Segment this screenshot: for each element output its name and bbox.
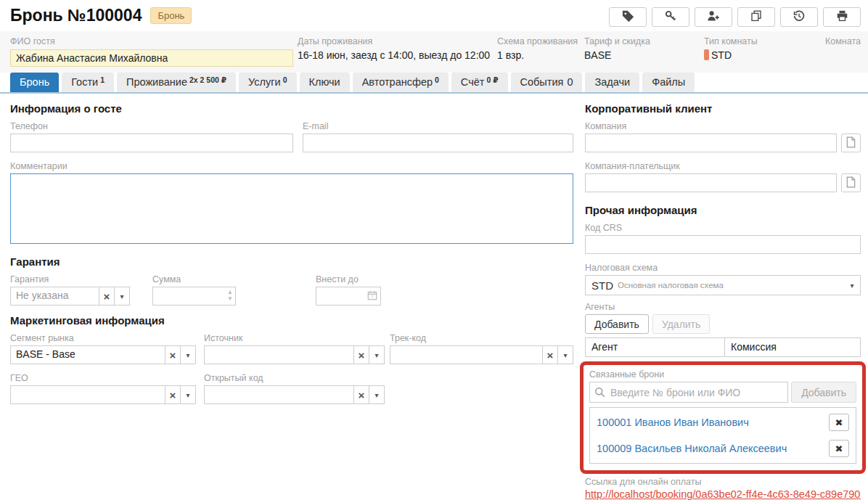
tag-icon [622, 10, 634, 25]
clear-icon[interactable]: × [542, 346, 557, 364]
chevron-down-icon[interactable]: ▾ [180, 386, 195, 403]
payment-link[interactable]: http://localhost/booking/0a63be02-ff4e-4… [585, 488, 861, 500]
print-icon [836, 10, 848, 24]
segment-select[interactable]: BASE - Base × ▾ [10, 345, 196, 364]
agent-add-button[interactable]: Добавить [585, 314, 649, 334]
payer-company-input[interactable] [585, 173, 837, 192]
tab-keys[interactable]: Ключи [300, 73, 350, 92]
linked-add-button[interactable]: Добавить [791, 382, 856, 403]
chevron-down-icon[interactable]: ▾ [844, 282, 860, 290]
close-icon: ✖ [835, 443, 843, 454]
agents-label: Агенты [585, 302, 861, 312]
tab-guests[interactable]: Гости1 [62, 73, 114, 92]
booking-summary-bar: ФИО гостя Даты проживания 16-18 июн, зае… [0, 31, 868, 73]
tab-tasks[interactable]: Задачи [585, 73, 639, 92]
source-label: Источник [204, 333, 385, 343]
source-select[interactable]: × ▾ [204, 345, 385, 364]
tax-scheme-select[interactable]: STD Основная налоговая схема ▾ [585, 275, 861, 295]
room-label: Комната [825, 36, 861, 46]
stay-dates-label: Даты проживания [298, 36, 497, 46]
comments-label: Комментарии [10, 161, 573, 171]
print-button[interactable] [823, 7, 861, 27]
tab-services[interactable]: Услуги0 [239, 73, 296, 92]
agent-column-header: Агент [585, 337, 725, 357]
payer-company-label: Компания-плательщик [585, 161, 861, 171]
crs-code-label: Код CRS [585, 223, 861, 233]
tab-files[interactable]: Файлы [642, 73, 695, 92]
svg-text:7: 7 [371, 295, 373, 299]
right-column: Корпоративный клиент Компания Компания-п… [585, 102, 861, 500]
guest-name-input[interactable] [10, 49, 293, 67]
amount-input[interactable] [152, 287, 236, 306]
chevron-down-icon[interactable]: ▾ [114, 287, 129, 305]
left-column: Информация о госте Телефон E-mail Коммен… [10, 102, 573, 500]
close-icon: ✖ [835, 417, 843, 428]
company-input[interactable] [585, 134, 837, 152]
open-code-select[interactable]: × ▾ [204, 385, 385, 404]
copy-icon [750, 10, 762, 24]
key-icon [665, 10, 676, 24]
clear-icon[interactable]: × [99, 287, 114, 305]
clear-icon[interactable]: × [353, 386, 369, 403]
due-date-label: Внести до [316, 274, 381, 284]
company-lookup-button[interactable] [841, 134, 861, 152]
toolbar [609, 6, 861, 27]
track-code-label: Трек-код [390, 333, 573, 343]
document-icon [846, 136, 856, 150]
tab-booking[interactable]: Бронь [10, 73, 59, 92]
page-title: Бронь №100004 [10, 6, 142, 25]
tab-bar: Бронь Гости1 Проживание2x 2 500 ₽ Услуги… [0, 73, 868, 94]
crs-code-input[interactable] [585, 235, 861, 254]
chevron-down-icon[interactable]: ▾ [369, 386, 384, 403]
remove-linked-button[interactable]: ✖ [829, 440, 849, 457]
chevron-down-icon[interactable]: ▾ [557, 346, 573, 364]
tab-accommodation[interactable]: Проживание2x 2 500 ₽ [117, 73, 236, 92]
amount-label: Сумма [152, 274, 236, 284]
history-button[interactable] [780, 7, 818, 27]
email-input[interactable] [303, 134, 573, 152]
comments-textarea[interactable] [10, 173, 573, 244]
payer-lookup-button[interactable] [841, 173, 861, 192]
email-label: E-mail [303, 121, 573, 131]
tariff-label: Тариф и скидка [584, 36, 704, 46]
search-icon [594, 387, 605, 401]
tag-button[interactable] [609, 7, 647, 27]
booking-page: Бронь №100004 Бронь [0, 0, 868, 500]
phone-input[interactable] [10, 134, 293, 152]
agent-delete-button[interactable]: Удалить [652, 314, 710, 334]
marketing-heading: Маркетинговая информация [10, 314, 573, 327]
add-guest-button[interactable] [695, 7, 732, 27]
linked-booking-search-input[interactable] [589, 382, 788, 403]
add-guest-icon [707, 10, 720, 24]
room-type-color-marker [704, 49, 709, 60]
linked-booking-link[interactable]: 100001 Иванов Иван Иванович [597, 417, 749, 428]
guest-name-label: ФИО гостя [10, 36, 298, 46]
chevron-down-icon[interactable]: ▾ [369, 346, 384, 364]
tab-events[interactable]: События0 [511, 73, 583, 92]
track-code-select[interactable]: × ▾ [390, 345, 573, 364]
clear-icon[interactable]: × [165, 386, 180, 403]
geo-select[interactable]: × ▾ [10, 385, 196, 404]
key-button[interactable] [652, 7, 689, 27]
tab-invoice[interactable]: Счёт0 ₽ [451, 73, 508, 92]
clear-icon[interactable]: × [165, 346, 180, 364]
document-icon [846, 176, 856, 190]
tab-transfer[interactable]: Автотрансфер0 [353, 73, 449, 92]
spinner-arrows[interactable]: ▲▼ [227, 289, 233, 302]
calendar-icon[interactable]: 7 [367, 290, 377, 303]
list-item: 100001 Иванов Иван Иванович ✖ [590, 409, 856, 435]
status-badge: Бронь [150, 7, 192, 24]
guarantee-select[interactable]: Не указана × ▾ [10, 287, 130, 306]
clear-icon[interactable]: × [353, 346, 369, 364]
main-content: Информация о госте Телефон E-mail Коммен… [0, 94, 868, 500]
guarantee-label: Гарантия [10, 274, 130, 284]
segment-label: Сегмент рынка [10, 333, 196, 343]
linked-bookings-highlight: Связанные брони Добавить 100001 Иванов И… [580, 361, 866, 474]
open-code-label: Открытый код [204, 373, 385, 383]
room-type-value: STD [704, 49, 822, 62]
copy-button[interactable] [737, 7, 775, 27]
remove-linked-button[interactable]: ✖ [829, 414, 849, 431]
linked-booking-link[interactable]: 100009 Васильев Николай Алексеевич [597, 443, 787, 454]
list-item: 100009 Васильев Николай Алексеевич ✖ [590, 435, 856, 462]
chevron-down-icon[interactable]: ▾ [180, 346, 195, 364]
